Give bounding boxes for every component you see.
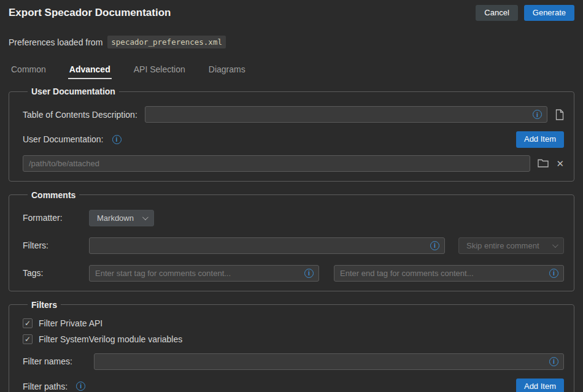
- attachment-path-input[interactable]: [23, 155, 530, 172]
- info-icon[interactable]: i: [549, 269, 558, 278]
- header-buttons: Cancel Generate: [476, 5, 574, 21]
- start-tag-input-wrap: i: [89, 265, 319, 282]
- tags-row: Tags: i i: [23, 265, 564, 282]
- filters-section: Filters ✓ Filter Private API ✓ Filter Sy…: [9, 300, 574, 392]
- tab-api-selection[interactable]: API Selection: [133, 64, 187, 79]
- filter-names-label: Filter names:: [23, 356, 87, 366]
- info-icon[interactable]: i: [304, 269, 314, 278]
- filter-private-api-row: ✓ Filter Private API: [23, 318, 564, 328]
- add-item-button[interactable]: Add Item: [516, 379, 564, 392]
- tab-common[interactable]: Common: [10, 64, 47, 79]
- filters-legend: Filters: [28, 300, 61, 310]
- preferences-line: Preferences loaded from specador_prefere…: [9, 36, 574, 48]
- filter-paths-row: Filter paths: i Add Item: [23, 379, 564, 392]
- formatter-row: Formatter: Markdown: [23, 210, 564, 226]
- chevron-down-icon: [142, 214, 149, 220]
- toc-description-input-wrap: i: [145, 106, 547, 123]
- formatter-label: Formatter:: [23, 213, 82, 223]
- end-tag-input[interactable]: [334, 265, 564, 282]
- filter-paths-label: Filter paths:: [23, 382, 68, 391]
- filter-sv-module-vars-label: Filter SystemVerilog module variables: [39, 334, 182, 344]
- comment-filters-input[interactable]: [89, 237, 445, 254]
- filter-names-input[interactable]: [94, 353, 564, 370]
- formatter-selected-value: Markdown: [97, 213, 134, 223]
- filter-names-input-wrap: i: [94, 353, 564, 370]
- filter-private-api-label: Filter Private API: [39, 318, 102, 328]
- preferences-text: Preferences loaded from: [9, 37, 102, 47]
- info-icon[interactable]: i: [76, 382, 85, 391]
- comments-legend: Comments: [28, 190, 79, 200]
- filter-sv-module-vars-row: ✓ Filter SystemVerilog module variables: [23, 334, 564, 344]
- comment-filters-row: Filters: i Skip entire comment: [23, 237, 564, 254]
- tab-bar: Common Advanced API Selection Diagrams: [10, 64, 574, 79]
- attachment-path-row: ✕: [23, 155, 564, 172]
- chevron-down-icon: [552, 242, 558, 248]
- info-icon[interactable]: i: [430, 241, 439, 250]
- info-icon[interactable]: i: [112, 135, 122, 144]
- end-tag-input-wrap: i: [334, 265, 564, 282]
- document-icon[interactable]: [555, 109, 564, 120]
- cancel-button[interactable]: Cancel: [476, 5, 517, 21]
- filter-private-api-checkbox[interactable]: ✓: [23, 318, 33, 328]
- comment-filter-mode-select: Skip entire comment: [458, 237, 564, 254]
- filter-sv-module-vars-checkbox[interactable]: ✓: [23, 334, 33, 344]
- add-item-button[interactable]: Add Item: [516, 131, 564, 147]
- comment-filters-input-wrap: i: [89, 237, 445, 254]
- comments-section: Comments Formatter: Markdown Filters: i …: [9, 190, 574, 291]
- user-documentation-row: User Documentation: i Add Item: [23, 131, 564, 147]
- toc-description-label: Table of Contents Description:: [23, 110, 137, 120]
- toc-description-row: Table of Contents Description: i: [23, 106, 564, 123]
- attachment-path-input-wrap: [23, 155, 530, 172]
- toc-description-input[interactable]: [145, 106, 547, 123]
- start-tag-input[interactable]: [89, 265, 319, 282]
- user-documentation-label: User Documentation:: [23, 134, 104, 144]
- tags-label: Tags:: [23, 268, 82, 278]
- preferences-file-chip: specador_preferences.xml: [107, 36, 226, 48]
- info-icon[interactable]: i: [549, 357, 558, 366]
- remove-item-icon[interactable]: ✕: [556, 159, 564, 168]
- user-documentation-section: User Documentation Table of Contents Des…: [9, 86, 574, 181]
- user-documentation-legend: User Documentation: [28, 86, 119, 96]
- dialog-header: Export Specador Documentation Cancel Gen…: [9, 5, 574, 21]
- filter-names-row: Filter names: i: [23, 353, 564, 370]
- comment-filters-label: Filters:: [23, 240, 82, 250]
- export-dialog: Export Specador Documentation Cancel Gen…: [0, 0, 583, 392]
- page-title: Export Specador Documentation: [9, 7, 171, 19]
- generate-button[interactable]: Generate: [524, 5, 574, 21]
- comment-filter-mode-value: Skip entire comment: [466, 241, 539, 250]
- folder-icon[interactable]: [538, 159, 549, 167]
- tab-advanced[interactable]: Advanced: [68, 64, 112, 79]
- tab-diagrams[interactable]: Diagrams: [207, 64, 247, 79]
- formatter-select[interactable]: Markdown: [89, 210, 154, 226]
